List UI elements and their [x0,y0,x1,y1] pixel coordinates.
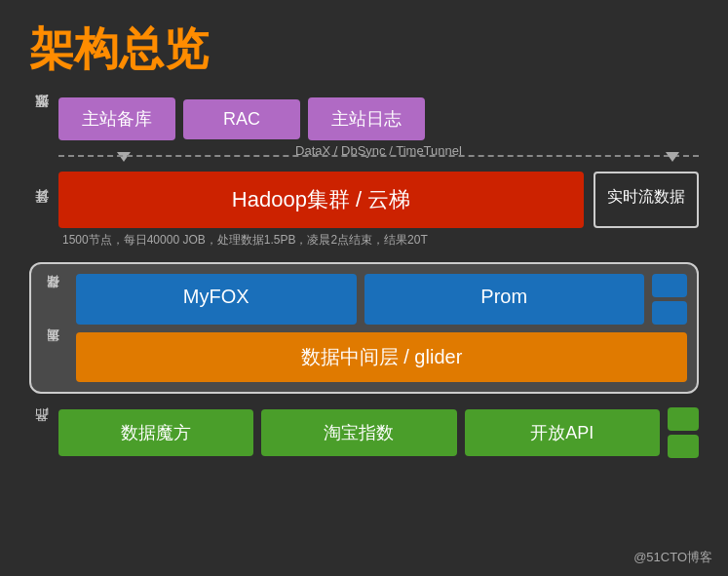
arrow-down-left [117,152,131,162]
product-box-2: 开放API [465,409,660,456]
main-container: 架构总览 数据源 主站备库 RAC 主站日志 DataX / DbSync / … [0,0,728,576]
compute-label: 计算层 [29,172,53,256]
datasource-boxes: 主站备库 RAC 主站日志 [58,97,699,140]
arrow-down-right [666,152,679,162]
storage-small-boxes [652,274,687,325]
arrow-label: DataX / DbSync / TimeTunnel [295,143,462,158]
datasource-box-1: RAC [183,99,300,139]
storage-box-0: MyFOX [76,274,357,325]
datasource-row: 数据源 主站备库 RAC 主站日志 [29,97,699,140]
datasource-box-2: 主站日志 [308,97,425,140]
right-arrow [666,144,679,162]
storage-label: 存储层 [41,274,64,323]
storage-small-1 [652,274,687,297]
storage-small-2 [652,301,687,325]
product-label: 产品 [29,407,53,458]
compute-boxes: Hadoop集群 / 云梯 实时流数据 [58,172,699,228]
page-title: 架构总览 [29,19,699,80]
product-small-1 [668,407,699,431]
compute-content: Hadoop集群 / 云梯 实时流数据 1500节点，每日40000 JOB，处… [58,172,699,256]
product-box-1: 淘宝指数 [261,409,456,456]
compute-main-box: Hadoop集群 / 云梯 [58,172,584,228]
storage-boxes-row: MyFOX Prom [76,274,687,325]
query-label: 查询层 [41,330,64,373]
storage-query-container: 存储层 查询层 MyFOX Prom [29,262,699,394]
compute-row: 计算层 Hadoop集群 / 云梯 实时流数据 1500节点，每日40000 J… [29,172,699,256]
datasource-label: 数据源 [29,97,53,140]
compute-note: 1500节点，每日40000 JOB，处理数据1.5PB，凌晨2点结束，结果20… [58,232,699,249]
product-row: 产品 数据魔方 淘宝指数 开放API [29,407,699,458]
storage-query-labels: 存储层 查询层 [41,274,70,382]
storage-box-1: Prom [364,274,645,325]
product-small-2 [668,435,699,458]
full-layout: 数据源 主站备库 RAC 主站日志 DataX / DbSync / TimeT… [29,97,699,458]
query-box-row: 数据中间层 / glider [76,332,687,382]
storage-query-inner: 存储层 查询层 MyFOX Prom [41,274,687,382]
compute-side-box: 实时流数据 [594,172,699,228]
datasource-box-0: 主站备库 [58,97,175,140]
product-boxes: 数据魔方 淘宝指数 开放API [58,407,699,458]
query-box: 数据中间层 / glider [76,332,687,382]
product-small-boxes [668,407,699,458]
arrow-line-container: DataX / DbSync / TimeTunnel [58,144,699,164]
arrow-row: DataX / DbSync / TimeTunnel [29,144,699,164]
watermark: @51CTO博客 [633,549,712,566]
left-arrow [117,144,131,162]
arrow-dashed: DataX / DbSync / TimeTunnel [58,155,699,157]
storage-query-boxes: MyFOX Prom 数据中间层 / glider [76,274,687,382]
product-box-0: 数据魔方 [58,409,253,456]
